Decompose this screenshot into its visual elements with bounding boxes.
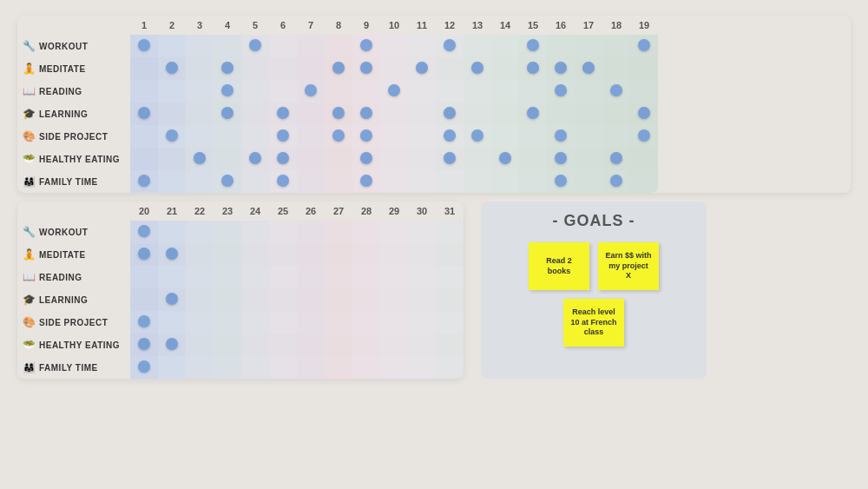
cell-healthy-eating-27[interactable] xyxy=(325,334,352,356)
cell-family-time-9[interactable] xyxy=(352,170,380,193)
cell-workout-10[interactable] xyxy=(380,35,408,57)
cell-workout-18[interactable] xyxy=(602,35,630,57)
cell-meditate-5[interactable] xyxy=(241,57,269,80)
cell-workout-6[interactable] xyxy=(269,35,297,57)
cell-healthy-eating-19[interactable] xyxy=(630,148,658,170)
cell-reading-24[interactable] xyxy=(241,266,269,288)
cell-healthy-eating-13[interactable] xyxy=(464,148,491,170)
cell-reading-6[interactable] xyxy=(269,80,297,102)
cell-workout-27[interactable] xyxy=(325,221,352,243)
cell-learning-11[interactable] xyxy=(408,102,436,125)
cell-learning-27[interactable] xyxy=(325,288,352,311)
cell-side-project-8[interactable] xyxy=(325,125,352,148)
cell-reading-30[interactable] xyxy=(408,266,436,288)
cell-learning-8[interactable] xyxy=(325,102,352,125)
cell-side-project-31[interactable] xyxy=(436,311,464,334)
cell-reading-28[interactable] xyxy=(352,266,380,288)
cell-learning-25[interactable] xyxy=(269,288,297,311)
cell-healthy-eating-24[interactable] xyxy=(241,334,269,356)
cell-reading-12[interactable] xyxy=(436,80,464,102)
cell-family-time-28[interactable] xyxy=(352,356,380,379)
cell-family-time-4[interactable] xyxy=(214,170,241,193)
cell-meditate-31[interactable] xyxy=(436,243,464,266)
cell-reading-15[interactable] xyxy=(519,80,547,102)
cell-side-project-2[interactable] xyxy=(158,125,186,148)
cell-side-project-24[interactable] xyxy=(241,311,269,334)
cell-healthy-eating-11[interactable] xyxy=(408,148,436,170)
cell-healthy-eating-26[interactable] xyxy=(297,334,325,356)
cell-family-time-22[interactable] xyxy=(186,356,214,379)
cell-family-time-12[interactable] xyxy=(436,170,464,193)
cell-learning-12[interactable] xyxy=(436,102,464,125)
cell-reading-11[interactable] xyxy=(408,80,436,102)
cell-meditate-17[interactable] xyxy=(575,57,602,80)
cell-reading-9[interactable] xyxy=(352,80,380,102)
cell-side-project-10[interactable] xyxy=(380,125,408,148)
cell-workout-28[interactable] xyxy=(352,221,380,243)
cell-meditate-28[interactable] xyxy=(352,243,380,266)
cell-reading-20[interactable] xyxy=(130,266,158,288)
cell-workout-31[interactable] xyxy=(436,221,464,243)
cell-meditate-3[interactable] xyxy=(186,57,214,80)
cell-reading-18[interactable] xyxy=(602,80,630,102)
cell-reading-8[interactable] xyxy=(325,80,352,102)
cell-side-project-1[interactable] xyxy=(130,125,158,148)
cell-learning-19[interactable] xyxy=(630,102,658,125)
cell-side-project-23[interactable] xyxy=(214,311,241,334)
cell-reading-10[interactable] xyxy=(380,80,408,102)
cell-workout-4[interactable] xyxy=(214,35,241,57)
cell-reading-1[interactable] xyxy=(130,80,158,102)
cell-healthy-eating-23[interactable] xyxy=(214,334,241,356)
cell-reading-25[interactable] xyxy=(269,266,297,288)
cell-workout-3[interactable] xyxy=(186,35,214,57)
cell-side-project-12[interactable] xyxy=(436,125,464,148)
cell-meditate-19[interactable] xyxy=(630,57,658,80)
cell-family-time-11[interactable] xyxy=(408,170,436,193)
cell-family-time-13[interactable] xyxy=(464,170,491,193)
cell-meditate-24[interactable] xyxy=(241,243,269,266)
cell-side-project-6[interactable] xyxy=(269,125,297,148)
cell-reading-21[interactable] xyxy=(158,266,186,288)
cell-side-project-13[interactable] xyxy=(464,125,491,148)
cell-family-time-26[interactable] xyxy=(297,356,325,379)
cell-reading-7[interactable] xyxy=(297,80,325,102)
cell-reading-23[interactable] xyxy=(214,266,241,288)
cell-learning-26[interactable] xyxy=(297,288,325,311)
cell-workout-14[interactable] xyxy=(491,35,519,57)
cell-family-time-30[interactable] xyxy=(408,356,436,379)
cell-healthy-eating-20[interactable] xyxy=(130,334,158,356)
cell-meditate-13[interactable] xyxy=(464,57,491,80)
cell-healthy-eating-4[interactable] xyxy=(214,148,241,170)
cell-workout-5[interactable] xyxy=(241,35,269,57)
cell-family-time-31[interactable] xyxy=(436,356,464,379)
cell-side-project-25[interactable] xyxy=(269,311,297,334)
cell-learning-30[interactable] xyxy=(408,288,436,311)
cell-learning-4[interactable] xyxy=(214,102,241,125)
cell-workout-7[interactable] xyxy=(297,35,325,57)
cell-side-project-14[interactable] xyxy=(491,125,519,148)
cell-side-project-3[interactable] xyxy=(186,125,214,148)
cell-side-project-20[interactable] xyxy=(130,311,158,334)
cell-workout-2[interactable] xyxy=(158,35,186,57)
cell-healthy-eating-2[interactable] xyxy=(158,148,186,170)
cell-workout-19[interactable] xyxy=(630,35,658,57)
cell-family-time-18[interactable] xyxy=(602,170,630,193)
cell-reading-13[interactable] xyxy=(464,80,491,102)
cell-learning-17[interactable] xyxy=(575,102,602,125)
cell-meditate-4[interactable] xyxy=(214,57,241,80)
cell-meditate-6[interactable] xyxy=(269,57,297,80)
cell-workout-1[interactable] xyxy=(130,35,158,57)
cell-family-time-23[interactable] xyxy=(214,356,241,379)
cell-learning-2[interactable] xyxy=(158,102,186,125)
cell-meditate-2[interactable] xyxy=(158,57,186,80)
cell-learning-9[interactable] xyxy=(352,102,380,125)
cell-reading-2[interactable] xyxy=(158,80,186,102)
cell-family-time-29[interactable] xyxy=(380,356,408,379)
cell-workout-12[interactable] xyxy=(436,35,464,57)
cell-side-project-27[interactable] xyxy=(325,311,352,334)
cell-meditate-1[interactable] xyxy=(130,57,158,80)
cell-reading-5[interactable] xyxy=(241,80,269,102)
cell-meditate-11[interactable] xyxy=(408,57,436,80)
cell-healthy-eating-29[interactable] xyxy=(380,334,408,356)
cell-learning-28[interactable] xyxy=(352,288,380,311)
